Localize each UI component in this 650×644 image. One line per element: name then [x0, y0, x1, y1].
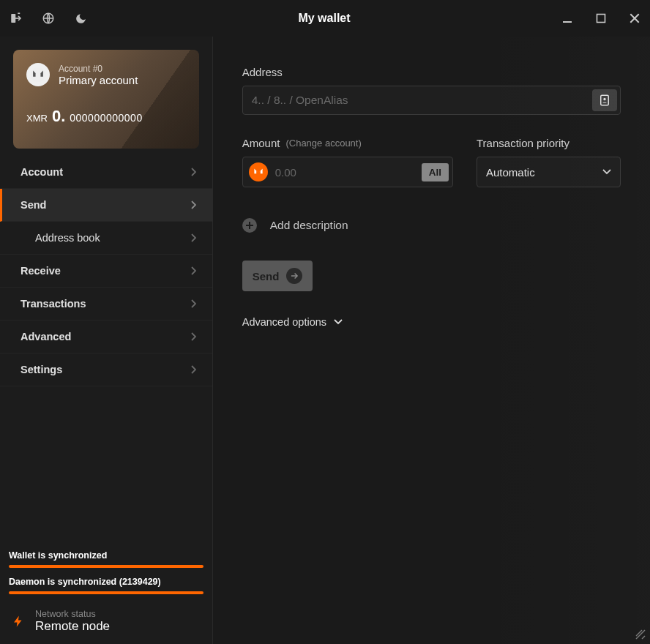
svg-point-4 — [31, 67, 46, 83]
bolt-icon — [12, 610, 25, 632]
nav-address-book[interactable]: Address book — [0, 222, 212, 255]
monero-icon — [249, 162, 268, 181]
svg-point-7 — [252, 166, 264, 179]
balance: XMR 0. 000000000000 — [26, 107, 186, 126]
chevron-down-icon — [602, 169, 611, 175]
wallet-sync-status: Wallet is synchronized — [9, 550, 203, 561]
amount-label: Amount — [242, 137, 280, 149]
all-button[interactable]: All — [422, 163, 449, 181]
nav-advanced[interactable]: Advanced — [0, 321, 212, 353]
svg-rect-3 — [597, 15, 605, 23]
chevron-right-icon — [190, 299, 196, 308]
monero-logo-icon — [26, 63, 50, 86]
advanced-options-toggle[interactable]: Advanced options — [242, 316, 621, 328]
address-input[interactable] — [243, 86, 589, 114]
maximize-button[interactable] — [594, 12, 608, 25]
nav-send[interactable]: Send — [0, 189, 212, 222]
daemon-sync-bar — [9, 591, 203, 594]
svg-rect-2 — [563, 21, 572, 23]
main-content: Address Amount (Change account) All — [213, 37, 650, 644]
priority-label: Transaction priority — [477, 137, 621, 149]
chevron-right-icon — [190, 233, 196, 242]
address-label: Address — [242, 66, 621, 78]
arrow-right-icon — [286, 268, 302, 284]
globe-icon[interactable] — [41, 11, 56, 26]
network-status[interactable]: Network status Remote node — [9, 609, 203, 634]
wallet-sync-bar — [9, 565, 203, 568]
svg-point-6 — [603, 98, 605, 100]
send-button[interactable]: Send — [242, 261, 313, 291]
account-card[interactable]: Account #0 Primary account XMR 0. 000000… — [13, 50, 199, 149]
close-button[interactable] — [628, 12, 641, 25]
chevron-right-icon — [190, 266, 196, 275]
moon-icon[interactable] — [73, 11, 88, 26]
chevron-right-icon — [190, 168, 196, 176]
priority-select[interactable]: Automatic — [477, 157, 621, 187]
chevron-right-icon — [190, 332, 196, 341]
logout-icon[interactable] — [9, 11, 23, 26]
chevron-right-icon — [190, 365, 196, 374]
nav-account[interactable]: Account — [0, 156, 212, 189]
account-number: Account #0 — [59, 64, 138, 74]
add-description-button[interactable]: Add description — [242, 218, 621, 233]
nav-receive[interactable]: Receive — [0, 255, 212, 288]
sidebar: Account #0 Primary account XMR 0. 000000… — [0, 37, 213, 644]
account-name: Primary account — [59, 74, 138, 86]
resize-handle-icon[interactable] — [634, 628, 646, 640]
daemon-sync-status: Daemon is synchronized (2139429) — [9, 577, 203, 587]
nav-settings[interactable]: Settings — [0, 353, 212, 386]
chevron-right-icon — [190, 201, 196, 209]
window-title: My wallet — [88, 12, 561, 25]
change-account-link[interactable]: (Change account) — [285, 138, 361, 149]
chevron-down-icon — [334, 319, 343, 325]
address-book-button[interactable] — [592, 89, 617, 111]
nav-transactions[interactable]: Transactions — [0, 288, 212, 321]
svg-rect-0 — [11, 14, 15, 23]
minimize-button[interactable] — [561, 12, 574, 25]
amount-input[interactable] — [268, 166, 422, 179]
plus-icon — [242, 218, 257, 233]
